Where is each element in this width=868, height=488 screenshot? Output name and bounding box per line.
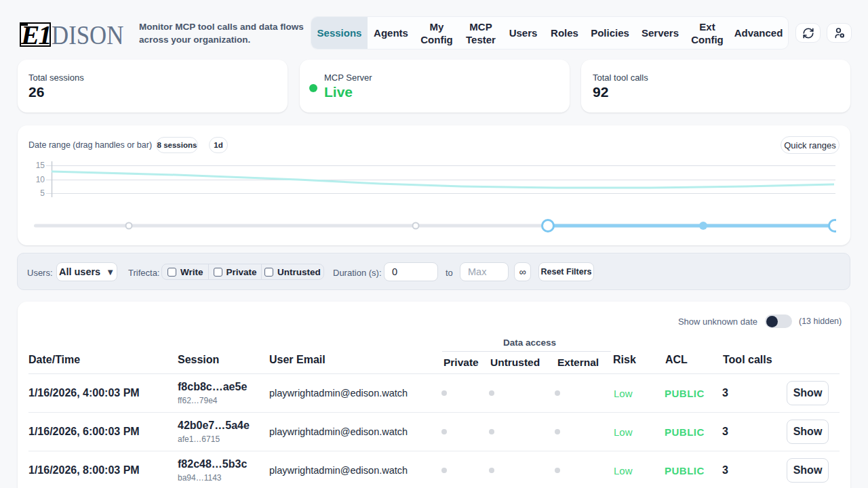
svg-text:15: 15 [36, 161, 45, 170]
svg-text:10: 10 [36, 175, 45, 184]
svg-text:5: 5 [40, 188, 45, 198]
